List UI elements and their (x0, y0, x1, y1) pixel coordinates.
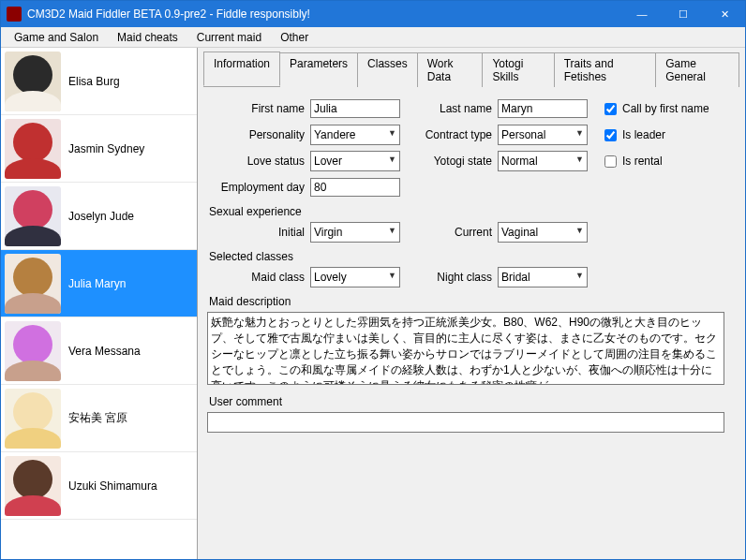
list-item[interactable]: Elisa Burg (1, 48, 197, 115)
avatar (5, 186, 61, 246)
is-rental-label: Is rental (622, 155, 663, 168)
tab-traits-fetishes[interactable]: Traits and Fetishes (555, 52, 657, 87)
list-item[interactable]: Vera Messana (1, 317, 197, 385)
maid-class-select[interactable] (310, 267, 400, 287)
window-title: CM3D2 Maid Fiddler BETA 0.9-pre2 - Fiddl… (27, 7, 621, 21)
menu-game-salon[interactable]: Game and Salon (5, 29, 108, 46)
first-name-input[interactable] (310, 99, 400, 118)
yotogi-state-select[interactable] (498, 151, 588, 171)
call-by-first-label: Call by first name (622, 102, 709, 115)
love-status-label: Love status (207, 155, 310, 168)
night-class-select[interactable] (498, 267, 588, 287)
menu-current-maid[interactable]: Current maid (187, 29, 271, 46)
description-textarea[interactable] (207, 312, 724, 385)
night-class-label: Night class (417, 271, 498, 284)
tab-strip: Information Parameters Classes Work Data… (203, 52, 739, 87)
maid-name-label: Julia Maryn (68, 277, 126, 290)
last-name-input[interactable] (498, 99, 588, 118)
list-item[interactable]: 安祐美 宮原 (1, 385, 197, 452)
list-item[interactable]: Uzuki Shimamura (1, 452, 197, 520)
maid-name-label: Uzuki Shimamura (68, 479, 157, 493)
employment-label: Employment day (207, 181, 310, 194)
window-controls: — ☐ ✕ (621, 1, 745, 27)
tab-classes[interactable]: Classes (358, 52, 418, 87)
is-leader-label: Is leader (622, 128, 665, 141)
tab-game-general[interactable]: Game General (656, 52, 739, 87)
info-form: First name Last name Call by first name … (203, 93, 739, 435)
comment-heading: User comment (209, 395, 736, 408)
minimize-button[interactable]: — (621, 1, 663, 27)
call-by-first-checkbox[interactable] (604, 103, 617, 115)
app-icon (7, 7, 22, 22)
selected-classes-heading: Selected classes (209, 250, 736, 263)
last-name-label: Last name (417, 102, 498, 115)
initial-select[interactable] (310, 222, 400, 243)
employment-input[interactable] (310, 178, 400, 197)
menubar: Game and Salon Maid cheats Current maid … (1, 27, 745, 48)
avatar (5, 389, 61, 449)
tab-parameters[interactable]: Parameters (280, 52, 358, 87)
list-item[interactable]: Joselyn Jude (1, 183, 197, 250)
avatar (5, 456, 61, 516)
comment-textarea[interactable] (207, 412, 724, 433)
maid-name-label: Jasmin Sydney (68, 142, 144, 155)
personality-select[interactable] (310, 125, 400, 145)
tab-information[interactable]: Information (203, 52, 280, 86)
is-leader-checkbox[interactable] (604, 129, 617, 141)
contract-label: Contract type (417, 128, 498, 141)
maid-list[interactable]: Elisa Burg Jasmin Sydney Joselyn Jude Ju… (1, 48, 198, 559)
content-panel: Information Parameters Classes Work Data… (198, 48, 745, 559)
initial-label: Initial (207, 226, 310, 239)
maximize-button[interactable]: ☐ (663, 1, 704, 27)
current-label: Current (417, 226, 498, 239)
avatar (5, 52, 61, 111)
is-rental-checkbox[interactable] (604, 155, 617, 168)
avatar (5, 254, 61, 314)
list-item[interactable]: Julia Maryn (1, 250, 197, 317)
love-status-select[interactable] (310, 151, 400, 171)
avatar (5, 119, 61, 179)
description-heading: Maid description (209, 295, 736, 308)
menu-maid-cheats[interactable]: Maid cheats (108, 29, 187, 46)
contract-select[interactable] (498, 125, 588, 145)
maid-name-label: Joselyn Jude (68, 210, 134, 223)
first-name-label: First name (207, 102, 310, 115)
sexual-exp-heading: Sexual experience (209, 205, 736, 218)
menu-other[interactable]: Other (271, 29, 318, 46)
yotogi-state-label: Yotogi state (417, 155, 498, 168)
maid-name-label: Elisa Burg (68, 75, 120, 88)
titlebar: CM3D2 Maid Fiddler BETA 0.9-pre2 - Fiddl… (1, 1, 745, 27)
tab-yotogi-skills[interactable]: Yotogi Skills (483, 52, 554, 87)
current-select[interactable] (498, 222, 588, 243)
maid-name-label: 安祐美 宮原 (68, 410, 127, 426)
tab-work-data[interactable]: Work Data (418, 52, 484, 87)
list-item[interactable]: Jasmin Sydney (1, 115, 197, 183)
personality-label: Personality (207, 128, 310, 141)
avatar (5, 321, 61, 381)
maid-class-label: Maid class (207, 271, 310, 284)
close-button[interactable]: ✕ (704, 1, 745, 27)
maid-name-label: Vera Messana (68, 345, 141, 358)
